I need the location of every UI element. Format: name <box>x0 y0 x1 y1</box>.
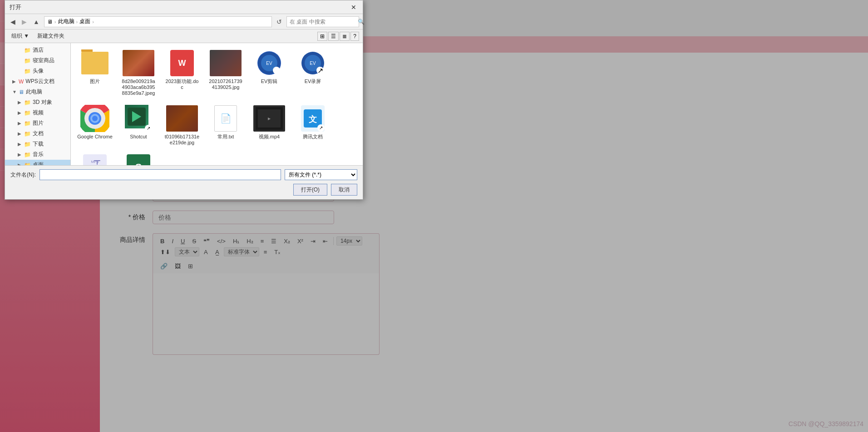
tree-item-music[interactable]: ▶ 📁 音乐 <box>5 149 70 160</box>
file-thumb: S <box>123 154 154 165</box>
folder-icon: 📁 <box>24 141 31 147</box>
file-item-tupian[interactable]: 图片 <box>74 47 115 99</box>
search-icon: 🔍 <box>358 19 365 25</box>
tree-label: 音乐 <box>33 151 44 158</box>
file-thumb: ↗ <box>123 105 154 132</box>
file-item-xlsx[interactable]: S 自行车.xlsx <box>118 151 159 165</box>
pc-icon: 🖥 <box>19 89 24 95</box>
up-button[interactable]: ▲ <box>31 17 41 26</box>
breadcrumb-icon: 🖥 <box>47 19 53 25</box>
dialog-buttons-row: 打开(O) 取消 <box>10 184 357 196</box>
open-button[interactable]: 打开(O) <box>293 184 327 196</box>
file-item-jpg2[interactable]: 2021072617394139025.jpg <box>205 47 246 99</box>
tree-item-jiudian[interactable]: 📁 酒店 <box>5 45 70 55</box>
folder-icon: 📁 <box>24 131 31 137</box>
new-folder-button[interactable]: 新建文件夹 <box>35 31 67 41</box>
file-thumb <box>79 49 111 77</box>
folder-icon: 📁 <box>24 162 31 166</box>
file-item-shotcut[interactable]: ↗ Shotcut <box>118 102 159 148</box>
file-item-mp3[interactable]: MP3 音频.mp3 <box>74 151 115 165</box>
file-item-txt[interactable]: 📄 常用.txt <box>205 102 246 148</box>
file-item-doc[interactable]: W 2023新功能.doc <box>162 47 202 99</box>
view-list-button[interactable]: ☰ <box>328 32 339 41</box>
tree-item-video[interactable]: ▶ 📁 视频 <box>5 108 70 118</box>
organize-button[interactable]: 组织 ▼ <box>9 31 32 41</box>
file-item-jpeg1[interactable]: 8d28e009219a4903aca6b3958835e9a7.jpeg <box>118 47 159 99</box>
back-button[interactable]: ◀ <box>9 17 17 26</box>
expand-icon: ▶ <box>12 79 17 84</box>
folder-icon: 📁 <box>24 110 31 116</box>
folder-icon: 📁 <box>24 68 31 74</box>
file-thumb: EV ↗ <box>297 49 329 77</box>
file-name: 常用.txt <box>217 134 234 140</box>
tree-item-download[interactable]: ▶ 📁 下载 <box>5 139 70 149</box>
expand-icon: ▼ <box>12 89 17 94</box>
file-item-ev-cut[interactable]: EV ↗ EV剪辑 <box>249 47 290 99</box>
refresh-button[interactable]: ↺ <box>275 17 284 26</box>
file-name: 8d28e009219a4903aca6b3958835e9a7.jpeg <box>121 79 156 97</box>
breadcrumb-part2: 桌面 <box>79 18 90 25</box>
search-input[interactable] <box>290 19 358 25</box>
filename-input[interactable] <box>39 169 281 180</box>
breadcrumb-sep3: › <box>92 19 94 25</box>
tree-label: 图片 <box>33 119 44 127</box>
file-open-dialog: 打开 ✕ ◀ ▶ ▲ 🖥 › 此电脑 › 桌面 › ↺ 🔍 组织 ▼ <box>5 0 363 200</box>
tree-item-desktop[interactable]: ▶ 📁 桌面 <box>5 160 70 165</box>
tree-item-touxiang[interactable]: 📁 头像 <box>5 66 70 76</box>
file-name: EV剪辑 <box>261 79 278 84</box>
forward-button[interactable]: ▶ <box>20 17 29 26</box>
tree-label: 头像 <box>33 67 44 75</box>
file-thumb <box>79 105 111 132</box>
breadcrumb-sep2: › <box>76 19 78 25</box>
file-item-tencent[interactable]: 文 ↗ 腾讯文档 <box>292 102 333 148</box>
dialog-title: 打开 <box>10 3 21 11</box>
shortcut-arrow: ↗ <box>145 125 152 132</box>
expand-icon: ▶ <box>18 100 22 105</box>
dialog-second-toolbar: 组织 ▼ 新建文件夹 ⊞ ☰ ≣ ? <box>5 29 363 43</box>
wps-icon: W <box>19 79 24 85</box>
file-thumb <box>123 49 154 77</box>
view-icon-button[interactable]: ⊞ <box>317 32 327 41</box>
cancel-button[interactable]: 取消 <box>331 184 357 196</box>
expand-icon: ▶ <box>18 110 22 115</box>
file-item-ev-rec[interactable]: EV ↗ EV录屏 <box>292 47 333 99</box>
filetype-select[interactable]: 所有文件 (*.*) <box>285 169 357 180</box>
shotcut-thumb: ↗ <box>125 105 152 132</box>
dialog-body: 📁 酒店 📁 寝室商品 📁 头像 ▶ W WPS云文档 <box>5 43 363 165</box>
file-thumb <box>210 49 242 77</box>
tree-item-qinshi[interactable]: 📁 寝室商品 <box>5 55 70 66</box>
file-name: t01096b17131ee219de.jpg <box>164 134 200 146</box>
file-item-jpg-t01[interactable]: t01096b17131ee219de.jpg <box>162 102 202 148</box>
tree-item-3d[interactable]: ▶ 📁 3D 对象 <box>5 97 70 108</box>
tree-label: 酒店 <box>33 46 44 54</box>
tree-item-doc[interactable]: ▶ 📁 文档 <box>5 128 70 139</box>
breadcrumb-sep1: › <box>54 19 56 25</box>
ev-rec-thumb: EV ↗ <box>301 51 325 75</box>
dialog-sidebar: 📁 酒店 📁 寝室商品 📁 头像 ▶ W WPS云文档 <box>5 43 71 165</box>
dialog-footer: 文件名(N): 所有文件 (*.*) 打开(O) 取消 <box>5 165 363 199</box>
expand-icon: ▶ <box>18 131 22 136</box>
jpeg-thumb <box>123 50 154 76</box>
tree-item-pic[interactable]: ▶ 📁 图片 <box>5 118 70 128</box>
breadcrumb-part1: 此电脑 <box>58 18 74 25</box>
folder-icon: 📁 <box>24 120 31 127</box>
file-thumb: ▶ <box>253 105 285 132</box>
dialog-nav-toolbar: ◀ ▶ ▲ 🖥 › 此电脑 › 桌面 › ↺ 🔍 <box>5 14 363 29</box>
tree-item-thispc[interactable]: ▼ 🖥 此电脑 <box>5 87 70 97</box>
svg-text:文: 文 <box>309 115 317 124</box>
dialog-overlay: 打开 ✕ ◀ ▶ ▲ 🖥 › 此电脑 › 桌面 › ↺ 🔍 组织 ▼ <box>0 0 868 432</box>
file-thumb: W <box>166 49 198 77</box>
tree-item-wps[interactable]: ▶ W WPS云文档 <box>5 76 70 87</box>
file-thumb: 文 ↗ <box>297 105 329 132</box>
file-item-chrome[interactable]: Google Chrome <box>74 102 115 148</box>
search-bar: 🔍 <box>286 16 359 27</box>
help-button[interactable]: ? <box>350 32 359 41</box>
file-item-mp4[interactable]: ▶ 视频.mp4 <box>249 102 290 148</box>
view-detail-button[interactable]: ≣ <box>340 32 350 41</box>
jpg-t01-thumb <box>166 105 198 132</box>
file-name: Shotcut <box>130 134 147 140</box>
filename-label: 文件名(N): <box>10 171 36 179</box>
folder-icon: 📁 <box>24 47 31 54</box>
view-buttons: ⊞ ☰ ≣ ? <box>317 32 359 41</box>
dialog-close-button[interactable]: ✕ <box>349 4 358 11</box>
